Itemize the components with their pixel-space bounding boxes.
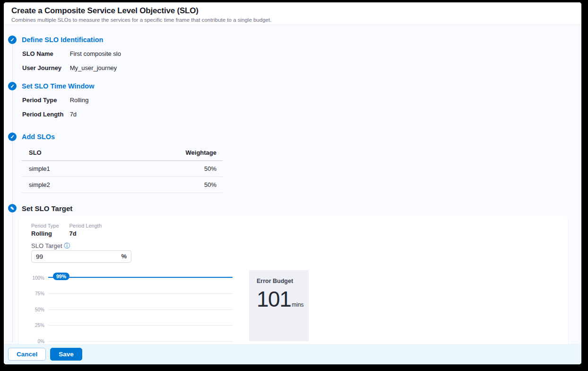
period-length-label: Period Length [22,111,68,118]
error-budget-tile: Error Budget 101 mins [249,270,309,341]
step-add-slos[interactable]: ✓ Add SLOs [8,132,574,141]
weightage-column-header: Weightage [110,145,223,161]
period-type-value: Rolling [31,230,59,237]
gridline [48,309,233,310]
percent-suffix: % [121,253,127,260]
check-icon: ✓ [8,35,17,44]
y-tick-label: 75% [31,291,44,296]
user-journey-value: My_user_journey [70,64,117,71]
slos-table-header-row: SLO Weightage [22,145,223,161]
y-tick-label: 50% [31,307,44,312]
target-slider-handle[interactable]: 99% [53,273,69,280]
edit-pencil-icon: ✎ [8,204,17,212]
slo-name-row: SLO Name First composite slo [22,50,574,59]
step-title[interactable]: Set SLO Time Window [22,82,94,90]
step-title[interactable]: Add SLOs [22,133,55,141]
slo-name-value: First composite slo [70,50,121,57]
check-icon: ✓ [8,132,17,141]
step-title[interactable]: Set SLO Target [22,204,72,212]
info-icon[interactable]: ⓘ [64,242,70,249]
check-icon: ✓ [8,82,17,90]
weightage-cell: 50% [110,177,223,193]
slos-table: SLO Weightage simple1 50% simple2 50% [22,145,223,193]
y-tick-label: 0% [31,339,44,344]
wizard-steps: ✓ Define SLO Identification SLO Name Fir… [4,25,581,344]
period-length-value: 7d [70,111,77,118]
y-tick-label: 25% [31,323,44,328]
error-budget-value-row: 101 mins [257,288,309,310]
gridline [48,278,233,278]
period-length-row: Period Length 7d [22,111,574,119]
gridline [48,341,233,342]
save-button[interactable]: Save [50,348,82,361]
gridline [48,293,233,294]
slo-target-chart: 100% 75% 50% 25% 0% [31,273,235,346]
period-type-summary: Period Type Rolling [31,223,59,237]
page-header: Create a Composite Service Level Objecti… [4,2,581,25]
slo-target-label-text: SLO Target [31,242,62,249]
user-journey-label: User Journey [22,64,68,71]
slo-target-label: SLO Target ⓘ [31,242,70,250]
slo-column-header: SLO [22,145,110,161]
period-type-label: Period Type [22,97,68,104]
weightage-cell: 50% [110,161,223,177]
slo-name-label: SLO Name [22,50,68,57]
error-budget-unit: mins [292,301,303,308]
period-length-value: 7d [69,230,102,237]
footer-action-bar: Cancel Save [4,344,581,364]
page-subtitle: Combines multiple SLOs to measure the se… [11,17,574,23]
page-title: Create a Composite Service Level Objecti… [11,6,574,16]
period-type-row: Period Type Rolling [22,97,574,105]
error-budget-value: 101 [257,288,291,310]
period-length-summary: Period Length 7d [69,223,102,237]
step-title[interactable]: Define SLO Identification [22,36,103,44]
target-slider-track[interactable] [48,277,233,278]
user-journey-row: User Journey My_user_journey [22,64,574,73]
error-budget-label: Error Budget [257,278,309,284]
step-set-slo-target[interactable]: ✎ Set SLO Target [8,203,574,213]
period-type-label: Period Type [31,223,59,229]
slo-target-input-wrap: % [31,250,131,263]
slo-cell: simple1 [22,161,110,177]
slo-target-input[interactable] [32,251,112,262]
table-row: simple2 50% [22,177,223,193]
gridline [48,325,233,326]
y-tick-label: 100% [31,275,44,281]
slo-target-card: Period Type Rolling Period Length 7d SLO… [19,216,568,360]
slo-cell: simple2 [22,177,110,193]
step-set-slo-time-window[interactable]: ✓ Set SLO Time Window [8,81,574,91]
table-row: simple1 50% [22,161,223,177]
step-define-slo-identification[interactable]: ✓ Define SLO Identification [8,35,574,44]
period-summary: Period Type Rolling Period Length 7d [31,223,102,237]
cancel-button[interactable]: Cancel [8,348,46,361]
create-composite-slo-page: Create a Composite Service Level Objecti… [4,2,581,364]
period-length-label: Period Length [69,223,102,229]
period-type-value: Rolling [70,97,89,104]
